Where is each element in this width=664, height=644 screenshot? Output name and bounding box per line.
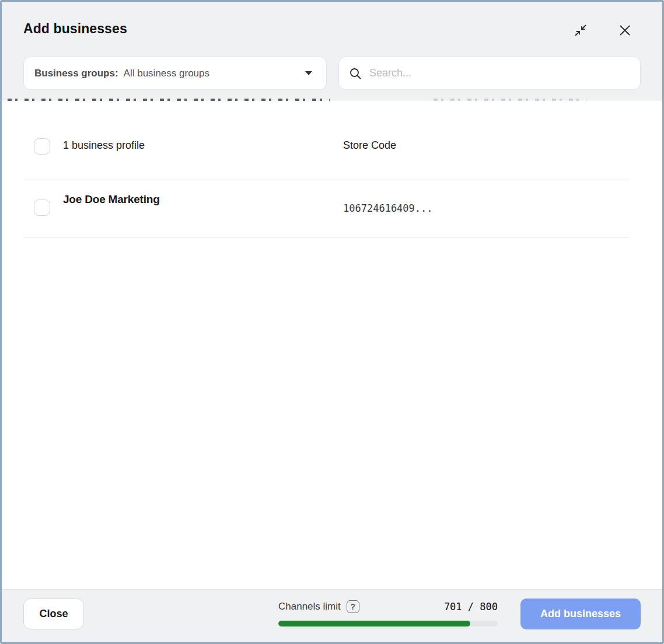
store-code-value: 106724616409... (343, 202, 433, 214)
business-groups-value: All business groups (124, 68, 209, 79)
select-all-checkbox[interactable] (34, 138, 50, 155)
channels-progress-track (278, 621, 498, 626)
add-businesses-dialog: Add businesses Business gro (0, 0, 664, 644)
search-box[interactable] (338, 57, 641, 90)
row-divider (23, 237, 629, 237)
dialog-footer: Close Channels limit ? 701 / 800 Add bus… (2, 589, 662, 642)
row-checkbox[interactable] (34, 200, 50, 216)
close-icon (618, 23, 632, 37)
row-divider (23, 180, 629, 180)
question-mark-icon[interactable]: ? (347, 600, 359, 613)
collapse-icon (573, 23, 588, 38)
business-name[interactable]: Joe Doe Marketing (63, 193, 160, 206)
select-all-label: 1 business profile (63, 139, 145, 152)
table-row[interactable]: Joe Doe Marketing 106724616409... (23, 190, 629, 236)
business-groups-dropdown[interactable]: Business groups: All business groups (23, 57, 327, 90)
dialog-title: Add businesses (23, 21, 127, 37)
store-code-column-header: Store Code (343, 139, 396, 152)
business-groups-label: Business groups: (34, 68, 118, 79)
close-button[interactable]: Close (23, 598, 84, 629)
dialog-header: Add businesses Business gro (2, 2, 662, 100)
channels-progress-fill (278, 621, 470, 626)
channels-limit-block: Channels limit ? 701 / 800 (278, 600, 498, 626)
collapse-button[interactable] (572, 22, 589, 39)
filter-row: Business groups: All business groups (2, 57, 662, 90)
table-header-row: 1 business profile Store Code (23, 136, 629, 162)
chevron-down-icon (305, 71, 312, 75)
channels-usage-count: 701 / 800 (444, 601, 498, 612)
close-button-x[interactable] (616, 22, 634, 39)
channels-limit-label: Channels limit (278, 601, 341, 612)
add-businesses-button[interactable]: Add businesses (520, 598, 641, 629)
business-list: 1 business profile Store Code Joe Doe Ma… (2, 101, 662, 587)
search-icon (348, 66, 362, 80)
search-input[interactable] (369, 67, 631, 79)
